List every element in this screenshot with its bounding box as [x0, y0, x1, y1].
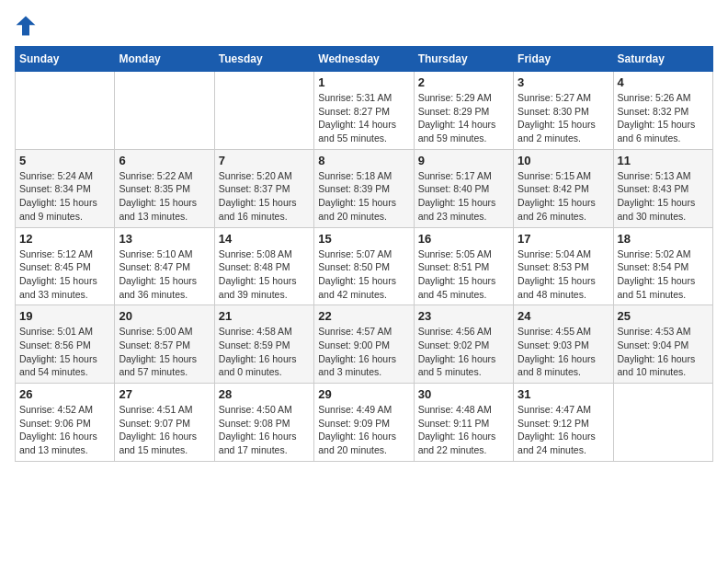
calendar-cell — [613, 384, 712, 462]
svg-marker-0 — [17, 17, 36, 36]
day-number: 17 — [518, 232, 609, 246]
day-number: 7 — [219, 154, 310, 167]
calendar-cell: 23Sunrise: 4:56 AM Sunset: 9:02 PM Dayli… — [414, 305, 513, 384]
logo-icon — [15, 15, 37, 37]
day-info: Sunrise: 5:24 AM Sunset: 8:34 PM Dayligh… — [19, 169, 110, 224]
weekday-header-tuesday: Tuesday — [214, 47, 313, 72]
calendar-cell: 8Sunrise: 5:18 AM Sunset: 8:39 PM Daylig… — [314, 149, 414, 227]
day-info: Sunrise: 5:08 AM Sunset: 8:48 PM Dayligh… — [219, 247, 310, 302]
day-info: Sunrise: 5:12 AM Sunset: 8:45 PM Dayligh… — [19, 247, 110, 302]
day-info: Sunrise: 5:07 AM Sunset: 8:50 PM Dayligh… — [318, 247, 409, 302]
day-info: Sunrise: 4:47 AM Sunset: 9:12 PM Dayligh… — [518, 403, 609, 457]
calendar-cell: 22Sunrise: 4:57 AM Sunset: 9:00 PM Dayli… — [314, 305, 414, 384]
day-number: 1 — [318, 75, 409, 89]
day-number: 29 — [318, 387, 409, 401]
calendar-cell: 29Sunrise: 4:49 AM Sunset: 9:09 PM Dayli… — [314, 384, 414, 462]
weekday-header-saturday: Saturday — [613, 47, 712, 72]
calendar: SundayMondayTuesdayWednesdayThursdayFrid… — [15, 46, 713, 462]
day-info: Sunrise: 4:50 AM Sunset: 9:08 PM Dayligh… — [219, 403, 310, 457]
day-info: Sunrise: 5:05 AM Sunset: 8:51 PM Dayligh… — [418, 247, 509, 302]
day-number: 15 — [318, 232, 409, 246]
day-info: Sunrise: 5:13 AM Sunset: 8:43 PM Dayligh… — [618, 169, 709, 224]
day-info: Sunrise: 4:48 AM Sunset: 9:11 PM Dayligh… — [418, 403, 509, 457]
logo — [15, 15, 40, 37]
calendar-cell: 12Sunrise: 5:12 AM Sunset: 8:45 PM Dayli… — [16, 227, 115, 305]
calendar-cell: 15Sunrise: 5:07 AM Sunset: 8:50 PM Dayli… — [314, 227, 414, 305]
week-row-3: 12Sunrise: 5:12 AM Sunset: 8:45 PM Dayli… — [16, 227, 713, 305]
day-number: 6 — [119, 154, 210, 167]
calendar-cell — [16, 72, 115, 150]
day-number: 20 — [119, 309, 210, 323]
day-info: Sunrise: 5:20 AM Sunset: 8:37 PM Dayligh… — [219, 169, 310, 224]
day-info: Sunrise: 5:02 AM Sunset: 8:54 PM Dayligh… — [618, 247, 709, 302]
week-row-2: 5Sunrise: 5:24 AM Sunset: 8:34 PM Daylig… — [16, 149, 713, 227]
day-info: Sunrise: 4:55 AM Sunset: 9:03 PM Dayligh… — [518, 325, 609, 379]
calendar-cell: 6Sunrise: 5:22 AM Sunset: 8:35 PM Daylig… — [115, 149, 214, 227]
day-number: 31 — [518, 387, 609, 401]
day-info: Sunrise: 4:56 AM Sunset: 9:02 PM Dayligh… — [418, 325, 509, 379]
day-info: Sunrise: 5:04 AM Sunset: 8:53 PM Dayligh… — [518, 247, 609, 302]
calendar-cell: 7Sunrise: 5:20 AM Sunset: 8:37 PM Daylig… — [214, 149, 313, 227]
calendar-cell: 4Sunrise: 5:26 AM Sunset: 8:32 PM Daylig… — [613, 72, 712, 150]
day-number: 10 — [518, 154, 609, 167]
day-number: 27 — [119, 387, 210, 401]
day-number: 12 — [19, 232, 110, 246]
calendar-cell — [115, 72, 214, 150]
day-number: 18 — [618, 232, 709, 246]
calendar-cell: 10Sunrise: 5:15 AM Sunset: 8:42 PM Dayli… — [514, 149, 613, 227]
day-number: 19 — [19, 309, 110, 323]
day-info: Sunrise: 5:29 AM Sunset: 8:29 PM Dayligh… — [418, 91, 509, 145]
weekday-header-wednesday: Wednesday — [314, 47, 414, 72]
day-number: 3 — [518, 75, 609, 89]
day-info: Sunrise: 4:51 AM Sunset: 9:07 PM Dayligh… — [119, 403, 210, 457]
calendar-cell: 11Sunrise: 5:13 AM Sunset: 8:43 PM Dayli… — [613, 149, 712, 227]
calendar-cell: 20Sunrise: 5:00 AM Sunset: 8:57 PM Dayli… — [115, 305, 214, 384]
weekday-header-monday: Monday — [115, 47, 214, 72]
day-info: Sunrise: 4:52 AM Sunset: 9:06 PM Dayligh… — [19, 403, 110, 457]
day-number: 28 — [219, 387, 310, 401]
day-info: Sunrise: 4:58 AM Sunset: 8:59 PM Dayligh… — [219, 325, 310, 379]
day-info: Sunrise: 5:15 AM Sunset: 8:42 PM Dayligh… — [518, 169, 609, 224]
calendar-cell: 21Sunrise: 4:58 AM Sunset: 8:59 PM Dayli… — [214, 305, 313, 384]
calendar-cell: 2Sunrise: 5:29 AM Sunset: 8:29 PM Daylig… — [414, 72, 513, 150]
day-number: 14 — [219, 232, 310, 246]
day-info: Sunrise: 5:18 AM Sunset: 8:39 PM Dayligh… — [318, 169, 409, 224]
day-info: Sunrise: 5:01 AM Sunset: 8:56 PM Dayligh… — [19, 325, 110, 379]
calendar-cell: 25Sunrise: 4:53 AM Sunset: 9:04 PM Dayli… — [613, 305, 712, 384]
calendar-cell: 26Sunrise: 4:52 AM Sunset: 9:06 PM Dayli… — [16, 384, 115, 462]
day-info: Sunrise: 4:57 AM Sunset: 9:00 PM Dayligh… — [318, 325, 409, 379]
calendar-cell: 14Sunrise: 5:08 AM Sunset: 8:48 PM Dayli… — [214, 227, 313, 305]
calendar-cell: 5Sunrise: 5:24 AM Sunset: 8:34 PM Daylig… — [16, 149, 115, 227]
calendar-cell: 19Sunrise: 5:01 AM Sunset: 8:56 PM Dayli… — [16, 305, 115, 384]
weekday-header-friday: Friday — [514, 47, 613, 72]
calendar-cell: 31Sunrise: 4:47 AM Sunset: 9:12 PM Dayli… — [514, 384, 613, 462]
calendar-cell: 28Sunrise: 4:50 AM Sunset: 9:08 PM Dayli… — [214, 384, 313, 462]
day-info: Sunrise: 5:17 AM Sunset: 8:40 PM Dayligh… — [418, 169, 509, 224]
day-number: 2 — [418, 75, 509, 89]
calendar-cell: 1Sunrise: 5:31 AM Sunset: 8:27 PM Daylig… — [314, 72, 414, 150]
weekday-header-row: SundayMondayTuesdayWednesdayThursdayFrid… — [16, 47, 713, 72]
calendar-cell — [214, 72, 313, 150]
day-number: 13 — [119, 232, 210, 246]
weekday-header-thursday: Thursday — [414, 47, 513, 72]
day-info: Sunrise: 5:27 AM Sunset: 8:30 PM Dayligh… — [518, 91, 609, 145]
day-number: 8 — [318, 154, 409, 167]
calendar-cell: 24Sunrise: 4:55 AM Sunset: 9:03 PM Dayli… — [514, 305, 613, 384]
calendar-cell: 13Sunrise: 5:10 AM Sunset: 8:47 PM Dayli… — [115, 227, 214, 305]
calendar-cell: 27Sunrise: 4:51 AM Sunset: 9:07 PM Dayli… — [115, 384, 214, 462]
day-number: 9 — [418, 154, 509, 167]
week-row-5: 26Sunrise: 4:52 AM Sunset: 9:06 PM Dayli… — [16, 384, 713, 462]
day-number: 25 — [618, 309, 709, 323]
day-number: 11 — [618, 154, 709, 167]
calendar-cell: 17Sunrise: 5:04 AM Sunset: 8:53 PM Dayli… — [514, 227, 613, 305]
header — [15, 15, 713, 37]
day-number: 5 — [19, 154, 110, 167]
day-number: 24 — [518, 309, 609, 323]
calendar-cell: 16Sunrise: 5:05 AM Sunset: 8:51 PM Dayli… — [414, 227, 513, 305]
day-info: Sunrise: 5:22 AM Sunset: 8:35 PM Dayligh… — [119, 169, 210, 224]
day-number: 21 — [219, 309, 310, 323]
day-info: Sunrise: 5:10 AM Sunset: 8:47 PM Dayligh… — [119, 247, 210, 302]
weekday-header-sunday: Sunday — [16, 47, 115, 72]
day-info: Sunrise: 4:53 AM Sunset: 9:04 PM Dayligh… — [618, 325, 709, 379]
day-number: 22 — [318, 309, 409, 323]
